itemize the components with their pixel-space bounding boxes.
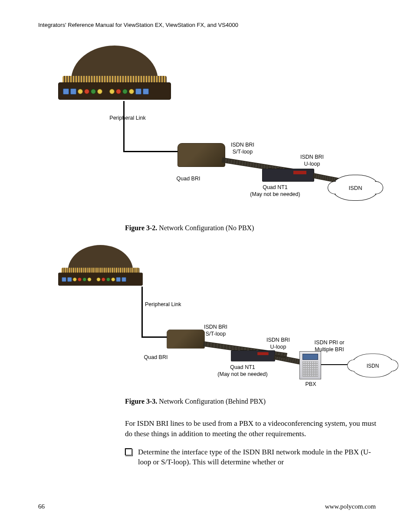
isdn-cloud-label-2: ISDN: [367, 362, 379, 369]
quad-bri-label: Quad BRI: [167, 176, 210, 183]
pbx-box: [299, 351, 321, 379]
checklist-item: Determine the interface type of the ISDN…: [125, 447, 377, 468]
isdn-bri-u-label-2: ISDN BRI U-loop: [259, 337, 298, 350]
page-number: 66: [38, 503, 45, 510]
isdn-bri-st-label: ISDN BRI S/T-loop: [223, 142, 262, 155]
quad-nt1-device-2: [231, 350, 275, 362]
isdn-bri-st-label-2: ISDN BRI S/T-loop: [196, 324, 235, 337]
body-paragraph: For ISDN BRI lines to be used from a PBX…: [125, 418, 377, 439]
figure-3-3: Peripheral Link Quad BRI ISDN BRI S/T-lo…: [58, 245, 371, 392]
quad-bri-device: [177, 143, 225, 167]
isdn-cloud: ISDN: [332, 175, 379, 201]
figure-3-2-caption: Figure 3-2. Network Configuration (No PB…: [125, 224, 376, 232]
quad-nt1-device: [262, 169, 314, 182]
checklist-item-text: Determine the interface type of the ISDN…: [138, 447, 377, 468]
quad-nt1-label: Quad NT1 (May not be needed): [243, 184, 308, 198]
page-footer: 66 www.polycom.com: [38, 503, 376, 510]
figure-3-3-caption: Figure 3-3. Network Configuration (Behin…: [125, 398, 376, 405]
figure-3-2: Peripheral Link Quad BRI ISDN BRI S/T-lo…: [58, 46, 371, 219]
isdn-pri-label: ISDN PRI or Multiple BRI: [306, 339, 353, 353]
checklist: Determine the interface type of the ISDN…: [125, 447, 377, 468]
isdn-bri-u-label: ISDN BRI U-loop: [292, 154, 332, 167]
footer-url: www.polycom.com: [325, 503, 376, 510]
quad-nt1-label-2: Quad NT1 (May not be needed): [210, 364, 275, 378]
page-header: Integrators' Reference Manual for ViewSt…: [38, 22, 376, 28]
peripheral-link-label-2: Peripheral Link: [145, 301, 197, 308]
isdn-cloud-2: ISDN: [351, 353, 394, 377]
viewstation-device-2: [58, 245, 143, 287]
isdn-cloud-label: ISDN: [348, 185, 362, 191]
quad-bri-label-2: Quad BRI: [134, 354, 177, 361]
pbx-label: PBX: [298, 381, 324, 388]
peripheral-link-label: Peripheral Link: [102, 115, 154, 122]
checkbox-icon: [125, 448, 132, 455]
viewstation-device: [58, 46, 171, 102]
